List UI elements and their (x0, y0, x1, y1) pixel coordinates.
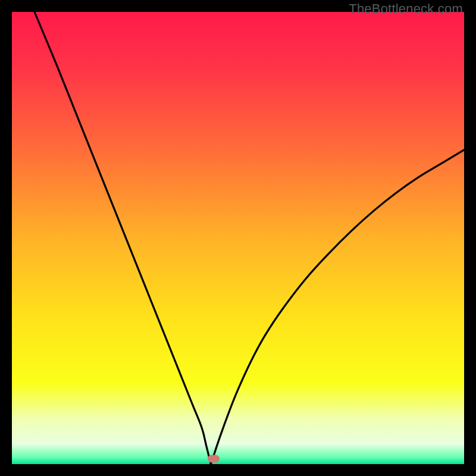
curve-right-branch (211, 150, 464, 464)
plot-area (12, 12, 464, 464)
chart-frame: TheBottleneck.com (0, 0, 476, 476)
watermark-text: TheBottleneck.com (349, 1, 463, 17)
curve-left-branch (35, 12, 211, 464)
minimum-marker (208, 455, 220, 462)
bottleneck-curve (12, 12, 464, 464)
